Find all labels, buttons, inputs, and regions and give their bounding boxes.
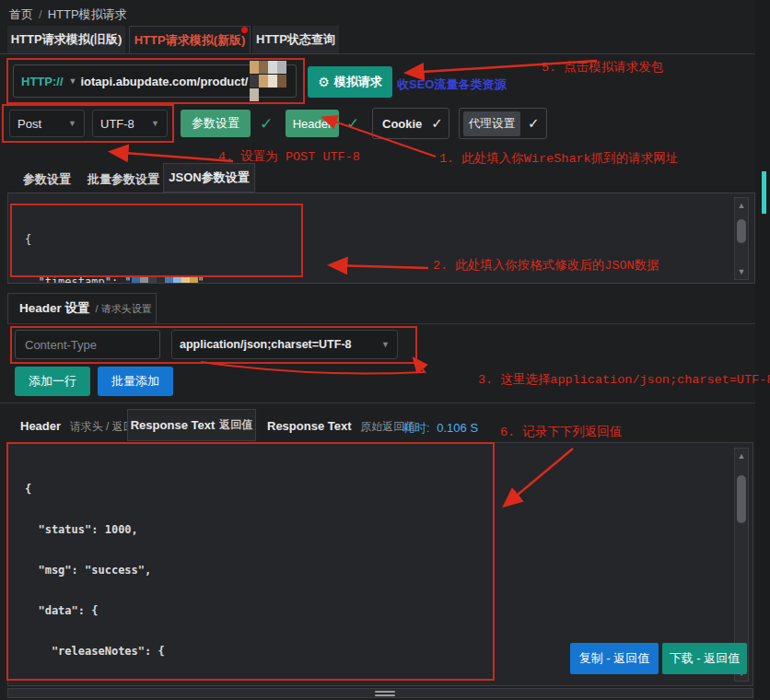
scrollbar-thumb[interactable] <box>737 219 746 243</box>
elapsed-label: 耗时: <box>402 421 430 435</box>
tab-param-settings[interactable]: 参数设置 <box>23 171 71 188</box>
annotation-3: 3. 这里选择application/json;charset=UTF-8 <box>478 371 770 388</box>
header-name-input[interactable]: Content-Type <box>15 330 160 359</box>
charset-chevron-down-icon: ▼ <box>151 119 159 128</box>
header-settings-subtitle: / 请求头设置 <box>96 302 152 316</box>
scrollbar-thumb[interactable] <box>375 691 395 693</box>
annotation-2: 2. 此处填入你按格式修改后的JSON数据 <box>433 257 659 274</box>
annotation-4: 4. 设置为 POST UTF-8 <box>218 148 360 165</box>
arrow-3 <box>414 359 426 373</box>
annotation-5: 5. 点击模拟请求发包 <box>542 59 663 76</box>
header-value-chevron-down-icon: ▼ <box>381 340 390 349</box>
annotation-6: 6. 记录下下列返回值 <box>500 424 622 440</box>
seo-traffic-link[interactable]: 收SEO流量各类资源 <box>397 76 506 93</box>
response-section-divider <box>0 402 770 403</box>
cookie-check-icon: ✓ <box>431 115 443 132</box>
header-toggle-button[interactable]: Header <box>286 110 339 137</box>
cyan-scroll-marker <box>762 171 766 214</box>
tab-response-text[interactable]: Response Text 返回值 <box>127 409 256 441</box>
header-section-divider <box>7 323 755 324</box>
header-value-select[interactable]: application/json;charset=UTF-8 ▼ <box>171 330 398 359</box>
scroll-up-icon[interactable]: ▲ <box>735 201 748 210</box>
response-textarea[interactable]: { "status": 1000, "msg": "success", "dat… <box>7 442 753 686</box>
header-settings-title: Header 设置 <box>19 300 90 317</box>
proxy-check-icon: ✓ <box>528 115 540 132</box>
protocol-select[interactable]: HTTP:// <box>21 75 64 88</box>
url-redacted-mosaic <box>250 61 296 102</box>
send-request-button[interactable]: ⚙ 模拟请求 <box>308 66 392 98</box>
param-settings-toggle-button[interactable]: 参数设置 <box>181 110 251 137</box>
tab-response-raw-text[interactable]: Response Text 原始返回值 <box>267 419 415 435</box>
page-scroll-gutter <box>755 0 770 700</box>
copy-response-button[interactable]: 复制 - 返回值 <box>570 643 659 674</box>
breadcrumb-home-link[interactable]: 首页 <box>9 7 33 21</box>
scrollbar-thumb[interactable] <box>737 475 746 523</box>
breadcrumb-current: HTTP模拟请求 <box>48 7 127 21</box>
method-select[interactable]: Post▼ <box>9 110 85 137</box>
download-response-button[interactable]: 下载 - 返回值 <box>662 643 747 674</box>
url-text[interactable]: iotapi.abupdate.com/product/ <box>80 75 248 88</box>
tab-bulk-param-settings[interactable]: 批量参数设置 <box>88 171 159 188</box>
breadcrumb-separator: / <box>39 7 42 21</box>
tab-http-mock-old[interactable]: HTTP请求模拟(旧版) <box>7 26 125 53</box>
arrow-3-tail <box>201 362 424 374</box>
tab-json-param-settings[interactable]: JSON参数设置 <box>163 163 255 192</box>
header-settings-title-box: Header 设置 / 请求头设置 <box>7 293 157 324</box>
request-url-input[interactable]: HTTP:// ▼ iotapi.abupdate.com/product/ <box>13 64 297 98</box>
bulk-add-button[interactable]: 批量添加 <box>98 367 173 396</box>
horizontal-scrollbar[interactable] <box>7 688 753 698</box>
tabbar-divider <box>0 53 770 54</box>
request-json-scrollbar[interactable]: ▲ ▼ <box>734 197 749 280</box>
timestamp-redacted-mosaic <box>132 275 198 283</box>
protocol-chevron-down-icon[interactable]: ▼ <box>69 76 77 86</box>
breadcrumb: 首页/HTTP模拟请求 <box>9 6 127 23</box>
annotation-1: 1. 此处填入你WireShark抓到的请求网址 <box>439 150 678 167</box>
arrow-4 <box>112 152 233 161</box>
new-tab-red-dot-badge <box>241 27 248 33</box>
charset-select[interactable]: UTF-8▼ <box>92 110 168 137</box>
elapsed-value: 0.106 S <box>437 421 478 435</box>
add-row-button[interactable]: 添加一行 <box>15 367 90 396</box>
method-chevron-down-icon: ▼ <box>68 119 76 128</box>
proxy-settings-toggle-group[interactable]: 代理设置 ✓ <box>459 108 547 139</box>
tab-http-status-query[interactable]: HTTP状态查询 <box>252 26 339 53</box>
header-check-icon[interactable]: ✓ <box>346 114 359 134</box>
param-settings-check-icon[interactable]: ✓ <box>260 114 273 134</box>
response-json-content: { "status": 1000, "msg": "success", "dat… <box>25 456 725 673</box>
scroll-down-icon[interactable]: ▼ <box>735 267 748 276</box>
tab-http-mock-new[interactable]: HTTP请求模拟(新版) <box>129 26 251 54</box>
cookie-toggle-group[interactable]: Cookie ✓ <box>372 108 449 139</box>
elapsed-time: 耗时: 0.106 S <box>402 420 478 437</box>
gear-icon: ⚙ <box>318 75 330 89</box>
http-mock-request-page: 首页/HTTP模拟请求 HTTP请求模拟(旧版) HTTP请求模拟(新版) HT… <box>0 0 770 700</box>
scroll-up-icon[interactable]: ▲ <box>735 451 748 461</box>
